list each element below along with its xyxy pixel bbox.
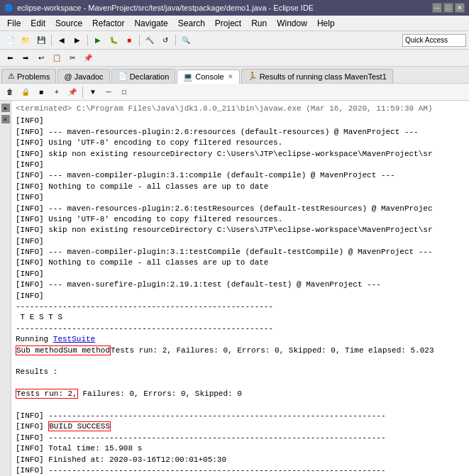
output-line-4: [INFO] skip non existing resourceDirecto… bbox=[16, 149, 465, 160]
tab-results-label: Results of running class MavenTest1 bbox=[260, 72, 387, 81]
console-close-button[interactable]: ✕ bbox=[228, 73, 233, 80]
info-sep-2: [INFO] ---------------------------------… bbox=[16, 433, 465, 443]
left-icon-2[interactable]: ≡ bbox=[1, 115, 10, 123]
toolbar-sep-1 bbox=[51, 35, 52, 46]
info-sep-1: [INFO] ---------------------------------… bbox=[16, 411, 465, 421]
back-button[interactable]: ◀ bbox=[55, 33, 69, 48]
output-line-9: [INFO] --- maven-resources-plugin:2.6:te… bbox=[16, 204, 465, 214]
tab-problems[interactable]: ⚠ Problems bbox=[1, 69, 56, 83]
build-button[interactable]: 🔨 bbox=[143, 33, 157, 48]
output-line-17: [INFO] bbox=[16, 291, 465, 301]
output-line-14: [INFO] Nothing to compile - all classes … bbox=[16, 258, 465, 268]
run-button[interactable]: ▶ bbox=[91, 33, 105, 48]
console-maximize-button[interactable]: □ bbox=[117, 85, 131, 99]
quick-access-label: Quick Access bbox=[405, 36, 448, 44]
output-line-5: [INFO] bbox=[16, 160, 465, 170]
tab-javadoc-label: Javadoc bbox=[75, 72, 104, 81]
blank-line-3 bbox=[16, 400, 465, 411]
output-line-3: [INFO] Using 'UTF-8' encoding to copy fi… bbox=[16, 138, 465, 148]
output-line-1: [INFO] bbox=[16, 116, 465, 126]
menu-edit[interactable]: Edit bbox=[26, 17, 50, 30]
console-output: <terminated> C:\Program Files\Java\jdk1.… bbox=[11, 101, 469, 476]
console-sep bbox=[82, 87, 83, 98]
menu-source[interactable]: Source bbox=[51, 17, 87, 30]
testsuite-link[interactable]: TestSuite bbox=[53, 335, 95, 343]
save-button[interactable]: 💾 bbox=[34, 33, 48, 48]
sub-method-line: Sub methodSum methodTests run: 2, Failur… bbox=[16, 345, 465, 356]
close-button[interactable]: ✕ bbox=[455, 3, 465, 13]
menu-refactor[interactable]: Refactor bbox=[88, 17, 128, 30]
console-minimize-button[interactable]: ─ bbox=[101, 85, 116, 99]
menu-project[interactable]: Project bbox=[211, 17, 245, 30]
info-sep-3: [INFO] ---------------------------------… bbox=[16, 465, 465, 476]
toolbar2-btn5[interactable]: ✂ bbox=[65, 51, 79, 65]
tab-javadoc[interactable]: @ Javadoc bbox=[57, 69, 109, 83]
menu-file[interactable]: File bbox=[3, 17, 25, 30]
left-panel-icons: ▸ ≡ bbox=[0, 101, 11, 476]
build-success-highlight: BUILD SUCCESS bbox=[48, 421, 111, 431]
toolbar-sep-3 bbox=[139, 35, 140, 46]
sub-method-highlight: Sub methodSum method bbox=[16, 345, 111, 355]
output-line-2: [INFO] --- maven-resources-plugin:2.6:re… bbox=[16, 127, 465, 138]
javadoc-icon: @ bbox=[64, 72, 72, 81]
left-icon-1[interactable]: ▸ bbox=[1, 104, 10, 112]
results-label: Results : bbox=[16, 367, 465, 377]
right-content: <terminated> C:\Program Files\Java\jdk1.… bbox=[11, 101, 469, 476]
toolbar2-btn1[interactable]: ⬅ bbox=[3, 51, 17, 65]
minimize-button[interactable]: ─ bbox=[432, 3, 442, 13]
tab-declaration[interactable]: 📄 Declaration bbox=[111, 69, 176, 83]
maximize-button[interactable]: □ bbox=[443, 3, 453, 13]
search-toolbar-button[interactable]: 🔍 bbox=[179, 33, 193, 48]
menu-help[interactable]: Help bbox=[313, 17, 339, 30]
toolbar-main: 📄 📁 💾 ◀ ▶ ▶ 🐛 ■ 🔨 ↺ 🔍 Quick Access bbox=[0, 31, 469, 50]
tab-results[interactable]: 🏃 Results of running class MavenTest1 bbox=[241, 69, 393, 83]
running-line: Running TestSuite bbox=[16, 334, 465, 345]
refresh-button[interactable]: ↺ bbox=[158, 33, 172, 48]
blank-line-2 bbox=[16, 378, 465, 389]
output-line-15: [INFO] bbox=[16, 269, 465, 279]
menu-navigate[interactable]: Navigate bbox=[130, 17, 172, 30]
console-view-menu-button[interactable]: ▼ bbox=[86, 85, 100, 99]
toolbar-sep-4 bbox=[175, 35, 176, 46]
total-time-line: [INFO] Total time: 15.908 s bbox=[16, 443, 465, 454]
new-button[interactable]: 📄 bbox=[3, 33, 17, 48]
console-terminate-button[interactable]: ■ bbox=[34, 85, 48, 99]
output-line-13: [INFO] --- maven-compiler-plugin:3.1:tes… bbox=[16, 247, 465, 258]
menu-window[interactable]: Window bbox=[272, 17, 311, 30]
console-scroll-lock-button[interactable]: 🔒 bbox=[18, 85, 33, 99]
toolbar2-btn2[interactable]: ➡ bbox=[18, 51, 33, 65]
output-line-8: [INFO] bbox=[16, 192, 465, 203]
toolbar-sep-2 bbox=[87, 35, 88, 46]
declaration-icon: 📄 bbox=[118, 72, 128, 81]
blank-line-1 bbox=[16, 356, 465, 367]
stop-button[interactable]: ■ bbox=[122, 33, 136, 48]
toolbar2-btn4[interactable]: 📋 bbox=[50, 51, 64, 65]
terminated-line: <terminated> C:\Program Files\Java\jdk1.… bbox=[16, 104, 465, 114]
console-toolbar: 🗑 🔒 ■ + 📌 ▼ ─ □ bbox=[0, 84, 469, 101]
separator-2: ----------------------------------------… bbox=[16, 323, 465, 334]
toolbar2-btn3[interactable]: ↩ bbox=[34, 51, 48, 65]
output-line-7: [INFO] Nothing to compile - all classes … bbox=[16, 182, 465, 192]
output-line-11: [INFO] skip non existing resourceDirecto… bbox=[16, 225, 465, 236]
menu-run[interactable]: Run bbox=[247, 17, 271, 30]
console-new-button[interactable]: + bbox=[50, 85, 64, 99]
tab-console[interactable]: 💻 Console ✕ bbox=[177, 70, 239, 84]
problems-icon: ⚠ bbox=[8, 72, 15, 81]
tests-run-highlight: Tests run: 2, bbox=[16, 389, 78, 399]
eclipse-icon: 🔵 bbox=[4, 4, 14, 13]
separator-1: ----------------------------------------… bbox=[16, 301, 465, 312]
toolbar2-btn6[interactable]: 📌 bbox=[81, 51, 95, 65]
tests-header: T E S T S bbox=[16, 312, 465, 323]
tab-console-label: Console bbox=[195, 72, 224, 81]
tests-run-line: Tests run: 2, Failures: 0, Errors: 0, Sk… bbox=[16, 389, 465, 399]
open-button[interactable]: 📁 bbox=[18, 33, 33, 48]
debug-button[interactable]: 🐛 bbox=[106, 33, 121, 48]
quick-access-box[interactable]: Quick Access bbox=[402, 34, 466, 47]
title-bar-left: 🔵 eclipse-workspace - MavenProject/src/t… bbox=[4, 4, 314, 13]
menu-search[interactable]: Search bbox=[174, 17, 209, 30]
tab-declaration-label: Declaration bbox=[130, 72, 170, 81]
forward-button[interactable]: ▶ bbox=[70, 33, 84, 48]
title-bar-controls[interactable]: ─ □ ✕ bbox=[432, 3, 465, 13]
console-clear-button[interactable]: 🗑 bbox=[3, 85, 17, 99]
console-pin-button[interactable]: 📌 bbox=[65, 85, 79, 99]
